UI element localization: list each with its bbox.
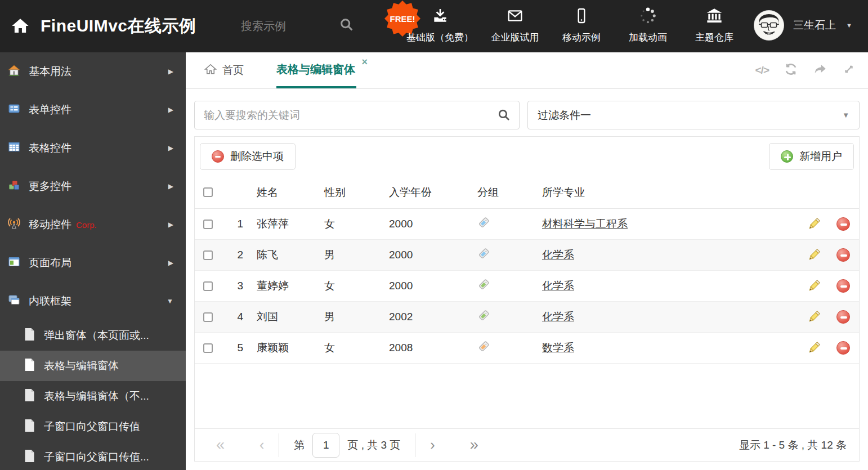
chevron-right-icon: ▶	[168, 259, 173, 267]
major-link[interactable]: 化学系	[542, 249, 574, 261]
page-content: 过滤条件一 ▼ 删除选中项 新增用户 姓名 性别 入学年份	[186, 89, 868, 462]
download-icon	[431, 7, 450, 27]
last-page-icon[interactable]: »	[470, 437, 478, 453]
chevron-down-icon: ▼	[167, 297, 173, 305]
sidebar-subitem-child-to-parent[interactable]: 子窗口向父窗口传值	[0, 411, 186, 442]
tag-icon	[465, 340, 530, 356]
keyword-search	[194, 101, 520, 129]
add-user-button[interactable]: 新增用户	[769, 143, 854, 170]
grid-panel: 删除选中项 新增用户 姓名 性别 入学年份 分组 所学专业 1	[194, 136, 860, 462]
keyword-search-input[interactable]	[194, 101, 520, 129]
close-tab-icon[interactable]: ×	[361, 57, 368, 67]
nav-item-basic-edition[interactable]: 基础版（免费）	[406, 7, 473, 44]
app-header: FineUIMvc在线示例 FREE! 基础版（免费） 企业版试用	[0, 0, 868, 52]
grid-toolbar: 删除选中项 新增用户	[195, 137, 859, 176]
major-link[interactable]: 材料科学与工程系	[542, 218, 628, 230]
row-checkbox[interactable]	[203, 250, 213, 260]
next-page-icon[interactable]: ›	[430, 438, 435, 452]
plus-circle-icon	[781, 150, 793, 163]
nav-item-enterprise-trial[interactable]: 企业版试用	[490, 7, 540, 44]
app-title: FineUIMvc在线示例	[41, 15, 196, 38]
header-search-icon[interactable]	[339, 17, 355, 35]
header-search-input[interactable]	[241, 16, 342, 36]
delete-icon[interactable]	[827, 310, 859, 324]
nav-item-loading-animation[interactable]: 加载动画	[623, 7, 673, 44]
edit-icon[interactable]	[800, 248, 827, 262]
record-count-summary: 显示 1 - 5 条 , 共 12 条	[739, 438, 847, 453]
sidebar-item-mobile-controls[interactable]: 移动控件 Corp. ▶	[0, 205, 186, 244]
row-checkbox[interactable]	[203, 312, 213, 322]
cubes-icon	[7, 178, 21, 195]
envelope-icon	[505, 7, 525, 27]
nav-item-mobile-examples[interactable]: 移动示例	[557, 7, 606, 44]
mobile-icon	[572, 7, 591, 27]
row-checkbox[interactable]	[203, 220, 213, 229]
bank-icon	[705, 7, 724, 27]
first-page-icon[interactable]: «	[216, 437, 225, 453]
pager-divider	[279, 433, 279, 457]
file-icon	[24, 449, 35, 465]
table-empty-space	[195, 364, 859, 428]
sidebar-subitem-child-to-parent-2[interactable]: 子窗口向父窗口传值...	[0, 442, 186, 470]
edit-icon[interactable]	[800, 341, 827, 355]
row-checkbox[interactable]	[203, 343, 213, 353]
major-link[interactable]: 化学系	[542, 280, 574, 292]
signal-icon	[7, 217, 21, 233]
user-name: 三生石上	[793, 18, 836, 33]
tag-icon	[465, 309, 530, 325]
tab-home[interactable]: 首页	[204, 52, 244, 88]
home-icon[interactable]	[11, 17, 29, 37]
edit-icon[interactable]	[800, 279, 827, 293]
sidebar-subitem-grid-edit-window-no[interactable]: 表格与编辑窗体（不...	[0, 381, 186, 411]
refresh-icon[interactable]	[784, 62, 798, 79]
main-area: 首页 表格与编辑窗体 × </>	[186, 52, 868, 470]
file-icon	[24, 358, 35, 374]
sidebar-item-form-controls[interactable]: 表单控件 ▶	[0, 91, 186, 129]
tab-grid-edit-window[interactable]: 表格与编辑窗体 ×	[276, 52, 356, 88]
search-icon[interactable]	[497, 108, 511, 124]
major-link[interactable]: 化学系	[542, 311, 574, 323]
table-row: 2 陈飞 男 2000 化学系	[195, 240, 859, 271]
tag-icon	[465, 278, 530, 294]
page-number-input[interactable]	[312, 433, 339, 458]
page-suffix-label: 页 , 共 3 页	[347, 438, 400, 453]
expand-icon[interactable]	[842, 62, 856, 78]
sidebar-subitem-grid-edit-window[interactable]: 表格与编辑窗体	[0, 351, 186, 381]
delete-selected-button[interactable]: 删除选中项	[200, 143, 296, 170]
edit-icon[interactable]	[800, 310, 827, 324]
layout-icon	[7, 255, 21, 271]
tab-bar: 首页 表格与编辑窗体 × </>	[186, 52, 868, 89]
share-icon[interactable]	[813, 62, 827, 79]
major-link[interactable]: 数学系	[542, 342, 574, 353]
sidebar-item-page-layout[interactable]: 页面布局 ▶	[0, 244, 186, 282]
select-all-checkbox[interactable]	[203, 187, 213, 197]
row-checkbox[interactable]	[203, 281, 213, 291]
sidebar-item-grid-controls[interactable]: 表格控件 ▶	[0, 129, 186, 167]
delete-icon[interactable]	[827, 341, 859, 355]
form-icon	[7, 102, 21, 118]
table-row: 5 康颖颖 女 2008 数学系	[195, 333, 859, 364]
table-icon	[7, 140, 21, 156]
delete-icon[interactable]	[827, 279, 859, 293]
user-menu[interactable]: 三生石上 ▼	[754, 10, 852, 41]
sidebar-subitem-popup-window[interactable]: 弹出窗体（本页面或...	[0, 320, 186, 351]
page-prefix-label: 第	[294, 438, 305, 453]
delete-icon[interactable]	[827, 248, 859, 262]
nav-item-theme-repository[interactable]: 主题仓库	[690, 7, 739, 44]
file-icon	[24, 328, 35, 344]
tab-toolbar: </>	[755, 52, 856, 88]
delete-icon[interactable]	[827, 217, 859, 231]
dropdown-caret-icon: ▼	[842, 111, 849, 119]
sidebar-item-basic-usage[interactable]: 基本用法 ▶	[0, 52, 186, 91]
tag-icon	[465, 247, 530, 263]
source-code-icon[interactable]: </>	[755, 64, 769, 77]
edit-icon[interactable]	[800, 217, 827, 231]
user-caret-icon: ▼	[846, 22, 852, 29]
sidebar: 基本用法 ▶ 表单控件 ▶ 表格控件 ▶	[0, 52, 186, 470]
sidebar-item-more-controls[interactable]: 更多控件 ▶	[0, 167, 186, 205]
sidebar-item-iframe[interactable]: 内联框架 ▼	[0, 282, 186, 320]
file-icon	[24, 388, 35, 405]
filter-dropdown[interactable]: 过滤条件一 ▼	[527, 101, 860, 129]
prev-page-icon[interactable]: ‹	[259, 438, 264, 452]
col-gender: 性别	[313, 185, 378, 200]
